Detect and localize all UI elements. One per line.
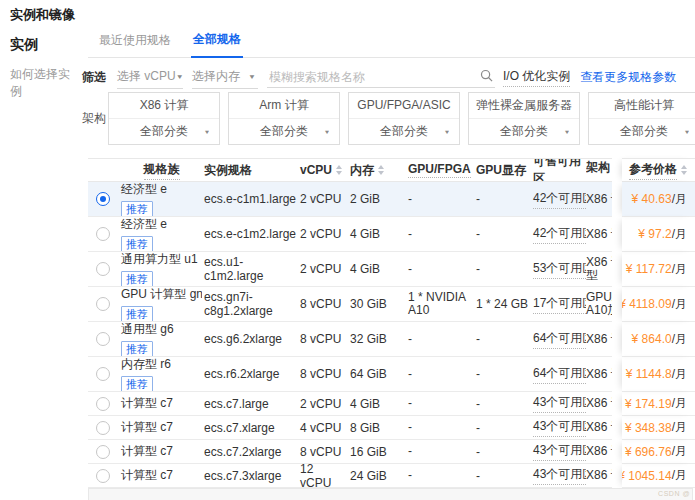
header-mem[interactable]: 内存 bbox=[348, 158, 406, 182]
header-vcpu[interactable]: vCPU bbox=[298, 158, 348, 182]
row-gpu-mem: - bbox=[474, 416, 531, 440]
header-gap bbox=[612, 158, 622, 182]
price-suffix: /月 bbox=[672, 395, 687, 412]
row-family-cell: 计算型 c7 bbox=[118, 464, 202, 488]
memory-select[interactable]: 选择内存 ▼ bbox=[192, 66, 258, 89]
row-price: ¥ 864.0/月 bbox=[622, 322, 695, 357]
sort-icon[interactable] bbox=[336, 165, 342, 175]
row-gap bbox=[612, 392, 622, 416]
tab-recent-specs[interactable]: 最近使用规格 bbox=[97, 32, 173, 57]
table-row[interactable]: 计算型 c7ecs.c7.xlarge4 vCPU8 GiB--43个可用区X8… bbox=[88, 416, 695, 440]
row-radio[interactable] bbox=[96, 227, 110, 241]
row-radio[interactable] bbox=[96, 192, 110, 206]
row-gpu: - bbox=[406, 416, 474, 440]
arch-category-x86-filter[interactable]: 全部分类▾ bbox=[109, 119, 219, 144]
price-suffix: /月 bbox=[672, 419, 687, 436]
arch-category-arm-filter[interactable]: 全部分类▾ bbox=[229, 119, 339, 144]
instance-selection-panel: 实例和镜像 实例 如何选择实例 最近使用规格全部规格 筛选 选择 vCPU ▼ … bbox=[0, 0, 695, 500]
arch-category-hpc: 高性能计算全部分类▾ bbox=[588, 92, 695, 145]
row-vcpu: 4 vCPU bbox=[298, 416, 348, 440]
row-radio[interactable] bbox=[96, 297, 110, 311]
arch-category-arm: Arm 计算全部分类▾ bbox=[228, 92, 340, 145]
row-arch: X86 计算 bbox=[586, 217, 612, 252]
sort-up-icon bbox=[681, 165, 687, 169]
row-vcpu: 8 vCPU bbox=[298, 357, 348, 392]
table-row[interactable]: 内存型 r6推荐ecs.r6.2xlarge8 vCPU64 GiB--64个可… bbox=[88, 357, 695, 392]
spec-tabs: 最近使用规格全部规格 bbox=[88, 30, 695, 58]
row-radio[interactable] bbox=[96, 469, 110, 483]
sort-up-icon bbox=[336, 165, 342, 169]
row-mem: 8 GiB bbox=[348, 416, 406, 440]
table-row[interactable]: 计算型 c7ecs.c7.large2 vCPU4 GiB--43个可用区X86… bbox=[88, 392, 695, 416]
recommended-badge: 推荐 bbox=[121, 376, 153, 392]
sort-icon[interactable] bbox=[681, 165, 687, 175]
search-icon[interactable] bbox=[480, 69, 493, 85]
row-zones: 42个可用区 bbox=[531, 182, 586, 217]
memory-select-placeholder: 选择内存 bbox=[192, 68, 240, 85]
row-radio-cell bbox=[88, 287, 118, 322]
row-vcpu: 2 vCPU bbox=[298, 182, 348, 217]
sort-up-icon bbox=[378, 165, 384, 169]
sort-down-icon bbox=[378, 171, 384, 175]
arch-category-arm-button[interactable]: Arm 计算 bbox=[229, 93, 339, 119]
row-price: ¥ 97.2/月 bbox=[622, 217, 695, 252]
arch-category-bare-metal-filter[interactable]: 全部分类▾ bbox=[469, 119, 579, 144]
io-optimized-label: I/O 优化实例 bbox=[503, 68, 570, 87]
row-radio[interactable] bbox=[96, 332, 110, 346]
row-mem: 32 GiB bbox=[348, 322, 406, 357]
spec-table: 规格族实例规格vCPU内存GPU/FPGAGPU显存可售可用区架构 -参考价格经… bbox=[88, 158, 695, 488]
section-title: 实例 bbox=[10, 36, 80, 54]
sort-icon[interactable] bbox=[378, 165, 384, 175]
tab-all-specs[interactable]: 全部规格 bbox=[191, 31, 243, 58]
row-spec: ecs.u1-c1m2.large bbox=[202, 252, 298, 287]
row-radio[interactable] bbox=[96, 445, 110, 459]
row-gpu-mem: - bbox=[474, 252, 531, 287]
table-row[interactable]: 计算型 c7ecs.c7.3xlarge12 vCPU24 GiB--43个可用… bbox=[88, 464, 695, 488]
row-gpu: - bbox=[406, 357, 474, 392]
row-gpu-mem: - bbox=[474, 464, 531, 488]
row-zones: 43个可用区 bbox=[531, 416, 586, 440]
table-row[interactable]: 计算型 c7ecs.c7.2xlarge8 vCPU16 GiB--43个可用区… bbox=[88, 440, 695, 464]
family-name: 计算型 c7 bbox=[121, 395, 173, 412]
row-radio-cell bbox=[88, 464, 118, 488]
arch-category-hpc-filter[interactable]: 全部分类▾ bbox=[589, 119, 695, 144]
row-family-cell: 计算型 c7 bbox=[118, 440, 202, 464]
arch-category-gpu-fpga-asic-button[interactable]: GPU/FPGA/ASIC bbox=[349, 93, 459, 119]
content-area: 最近使用规格全部规格 筛选 选择 vCPU ▼ 选择内存 ▼ I/O 优化实例 … bbox=[88, 30, 695, 58]
architecture-label: 架构 bbox=[82, 110, 108, 127]
table-row[interactable]: 经济型 e推荐ecs.e-c1m1.large2 vCPU2 GiB--42个可… bbox=[88, 182, 695, 217]
arch-category-bare-metal-button[interactable]: 弹性裸金属服务器 bbox=[469, 93, 579, 119]
row-radio[interactable] bbox=[96, 421, 110, 435]
arch-category-gpu-fpga-asic-filter[interactable]: 全部分类▾ bbox=[349, 119, 459, 144]
row-vcpu: 2 vCPU bbox=[298, 252, 348, 287]
arch-category-x86-button[interactable]: X86 计算 bbox=[109, 93, 219, 119]
table-row[interactable]: 通用型 g6推荐ecs.g6.2xlarge8 vCPU32 GiB--64个可… bbox=[88, 322, 695, 357]
table-row[interactable]: GPU 计算型 gn7i推荐ecs.gn7i-c8g1.2xlarge8 vCP… bbox=[88, 287, 695, 322]
header-gpu: GPU/FPGA bbox=[406, 158, 474, 182]
row-zones: 17个可用区 bbox=[531, 287, 586, 322]
vcpu-select[interactable]: 选择 vCPU ▼ bbox=[117, 66, 183, 89]
price-suffix: /月 bbox=[672, 296, 687, 313]
left-column: 实例 如何选择实例 bbox=[10, 36, 80, 100]
table-row[interactable]: 经济型 e推荐ecs.e-c1m2.large2 vCPU4 GiB--42个可… bbox=[88, 217, 695, 252]
row-radio-cell bbox=[88, 440, 118, 464]
arch-category-hpc-button[interactable]: 高性能计算 bbox=[589, 93, 695, 119]
how-to-choose-link[interactable]: 如何选择实例 bbox=[10, 66, 80, 100]
row-price: ¥ 4118.09/月 bbox=[622, 287, 695, 322]
row-radio[interactable] bbox=[96, 397, 110, 411]
row-radio[interactable] bbox=[96, 262, 110, 276]
header-zones: 可售可用区 bbox=[531, 158, 586, 182]
row-gpu-mem: - bbox=[474, 392, 531, 416]
row-family-cell: 经济型 e推荐 bbox=[118, 182, 202, 217]
row-radio[interactable] bbox=[96, 367, 110, 381]
recommended-badge: 推荐 bbox=[121, 236, 153, 252]
row-gpu-mem: - bbox=[474, 357, 531, 392]
table-row[interactable]: 通用算力型 u1推荐ecs.u1-c1m2.large2 vCPU4 GiB--… bbox=[88, 252, 695, 287]
price-value: ¥ 174.19 bbox=[625, 397, 672, 411]
row-gpu-mem: - bbox=[474, 322, 531, 357]
price-suffix: /月 bbox=[672, 366, 687, 383]
recommended-badge: 推荐 bbox=[121, 201, 153, 217]
spec-search-input[interactable] bbox=[267, 68, 469, 87]
header-price[interactable]: 参考价格 bbox=[622, 158, 695, 182]
more-spec-params-link[interactable]: 查看更多规格参数 bbox=[580, 69, 676, 86]
